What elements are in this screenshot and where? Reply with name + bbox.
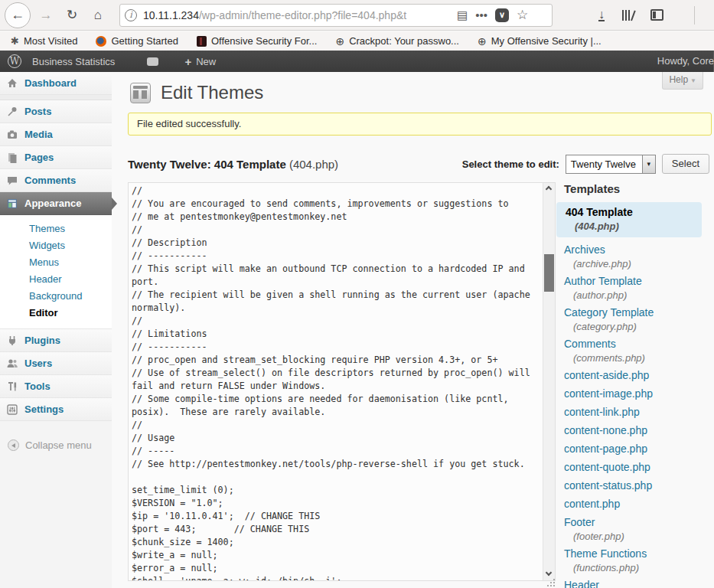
- reload-icon[interactable]: ↻: [61, 5, 83, 26]
- bookmark-label: Getting Started: [111, 35, 178, 47]
- template-name[interactable]: Header: [564, 579, 711, 588]
- admin-bar-site-name[interactable]: Business Statistics: [32, 56, 115, 67]
- sidebar-item-label: Pages: [24, 152, 54, 163]
- sidebar-item-appearance[interactable]: Appearance: [0, 192, 112, 215]
- template-item-category[interactable]: Category Template (category.php): [564, 306, 711, 332]
- template-item-archives[interactable]: Archives (archive.php): [564, 243, 711, 270]
- template-item-functions[interactable]: Theme Functions (functions.php): [564, 547, 711, 573]
- scrollbar-thumb[interactable]: [544, 254, 554, 292]
- sidebar-item-posts[interactable]: Posts: [0, 100, 112, 123]
- globe-icon: ⊕: [478, 35, 487, 47]
- bookmark-offensive-security[interactable]: Offensive Security For...: [197, 35, 317, 47]
- template-name[interactable]: Comments: [564, 338, 711, 351]
- template-item-footer[interactable]: Footer (footer.php): [564, 516, 711, 542]
- sidebar-item-pages[interactable]: Pages: [0, 146, 112, 169]
- submenu-header[interactable]: Header: [0, 271, 112, 288]
- bookmark-getting-started[interactable]: Getting Started: [96, 35, 178, 47]
- sidebar-item-tools[interactable]: Tools: [0, 375, 112, 398]
- resize-grip[interactable]: [547, 578, 556, 586]
- url-bar[interactable]: i 10.11.1.234/wp-admin/theme-editor.php?…: [119, 4, 553, 27]
- submenu-widgets[interactable]: Widgets: [0, 237, 112, 254]
- template-item-content-php[interactable]: content.php: [564, 498, 711, 511]
- template-name[interactable]: Archives: [564, 243, 711, 256]
- theme-select-dropdown[interactable]: Twenty Twelve ▾: [566, 155, 656, 174]
- pin-icon: [6, 106, 18, 118]
- comments-bubble-icon[interactable]: [147, 57, 158, 66]
- submenu-menus[interactable]: Menus: [0, 254, 112, 271]
- template-item-content-link[interactable]: content-link.php: [564, 406, 711, 419]
- sidebar-item-users[interactable]: Users: [0, 352, 112, 375]
- collapse-menu-button[interactable]: Collapse menu: [0, 433, 112, 456]
- forward-icon[interactable]: →: [35, 5, 57, 26]
- template-name[interactable]: content-status.php: [564, 479, 711, 492]
- pocket-icon[interactable]: ∨: [495, 8, 509, 22]
- template-name[interactable]: 404 Template: [566, 206, 693, 219]
- template-name[interactable]: content-page.php: [564, 443, 711, 456]
- help-tab[interactable]: Help▼: [662, 72, 703, 90]
- template-item-404[interactable]: 404 Template (404.php): [556, 202, 702, 237]
- url-text[interactable]: 10.11.1.234/wp-admin/theme-editor.php?fi…: [143, 9, 449, 21]
- sidebar-item-settings[interactable]: Settings: [0, 398, 112, 421]
- sidebar-toggle-icon[interactable]: [650, 9, 663, 21]
- sidebar-item-comments[interactable]: Comments: [0, 169, 112, 192]
- admin-bar-new-button[interactable]: + New: [184, 55, 216, 68]
- site-info-icon[interactable]: i: [125, 9, 137, 21]
- bookmark-label: Crackpot: Your passwo...: [349, 35, 459, 47]
- collapse-arrow-icon: [8, 439, 19, 451]
- home-icon[interactable]: ⌂: [87, 5, 109, 26]
- template-name[interactable]: content.php: [564, 498, 711, 511]
- reader-mode-icon[interactable]: ▤: [457, 8, 468, 22]
- template-item-header[interactable]: Header (header.php): [564, 579, 711, 588]
- template-name[interactable]: content-none.php: [564, 424, 711, 437]
- template-item-content-none[interactable]: content-none.php: [564, 424, 711, 437]
- theme-code-editor[interactable]: // // You are encouraged to send comment…: [128, 182, 556, 581]
- template-item-comments[interactable]: Comments (comments.php): [564, 338, 711, 364]
- template-item-content-quote[interactable]: content-quote.php: [564, 461, 711, 474]
- firefox-icon: [96, 36, 106, 47]
- dropdown-arrow-icon[interactable]: ▾: [642, 155, 655, 173]
- sidebar-item-media[interactable]: Media: [0, 123, 112, 146]
- template-item-content-page[interactable]: content-page.php: [564, 443, 711, 456]
- template-name[interactable]: Author Template: [564, 275, 711, 288]
- bookmark-my-offensive-security[interactable]: ⊕ My Offensive Security |...: [478, 35, 602, 47]
- code-textarea[interactable]: // // You are encouraged to send comment…: [132, 185, 538, 580]
- template-name[interactable]: Category Template: [564, 306, 711, 319]
- template-name[interactable]: content-aside.php: [564, 369, 711, 382]
- select-theme-button[interactable]: Select: [662, 154, 709, 174]
- sidebar-item-label: Appearance: [24, 198, 81, 209]
- submenu-background[interactable]: Background: [0, 288, 112, 305]
- main-content: Help▼ Edit Themes File edited successful…: [112, 72, 714, 588]
- template-item-content-aside[interactable]: content-aside.php: [564, 369, 711, 382]
- appearance-submenu: Themes Widgets Menus Header Background E…: [0, 215, 112, 329]
- library-icon[interactable]: [621, 9, 634, 21]
- template-item-content-image[interactable]: content-image.php: [564, 387, 711, 400]
- wordpress-logo-icon[interactable]: W: [8, 54, 21, 68]
- submenu-editor[interactable]: Editor: [0, 305, 112, 322]
- template-name[interactable]: content-quote.php: [564, 461, 711, 474]
- template-item-author[interactable]: Author Template (author.php): [564, 275, 711, 301]
- bookmark-most-visited[interactable]: ✱ Most Visited: [11, 35, 77, 47]
- sidebar-item-plugins[interactable]: Plugins: [0, 329, 112, 352]
- sidebar-item-label: Plugins: [24, 335, 60, 346]
- code-scroll-area[interactable]: // // You are encouraged to send comment…: [129, 183, 543, 580]
- submenu-themes[interactable]: Themes: [0, 220, 112, 237]
- editor-scrollbar[interactable]: [543, 183, 555, 580]
- template-name[interactable]: Theme Functions: [564, 547, 711, 560]
- sidebar-item-dashboard[interactable]: Dashboard: [0, 72, 112, 95]
- scroll-up-icon[interactable]: [543, 183, 555, 194]
- template-name[interactable]: content-link.php: [564, 406, 711, 419]
- back-icon[interactable]: ←: [5, 2, 31, 28]
- bookmark-star-icon[interactable]: ☆: [517, 7, 528, 23]
- template-name[interactable]: content-image.php: [564, 387, 711, 400]
- admin-sidebar: Dashboard Posts Media Pages Comments App…: [0, 72, 112, 588]
- admin-bar-account-menu[interactable]: Howdy, Core: [657, 51, 714, 72]
- menu-separator: [0, 95, 112, 100]
- offsec-favicon-icon: [197, 36, 207, 47]
- downloads-icon[interactable]: ↓: [598, 9, 605, 21]
- page-actions-icon[interactable]: •••: [475, 8, 487, 21]
- bookmark-crackpot[interactable]: ⊕ Crackpot: Your passwo...: [335, 35, 459, 47]
- template-name[interactable]: Footer: [564, 516, 711, 529]
- template-item-content-status[interactable]: content-status.php: [564, 479, 711, 492]
- sidebar-item-label: Posts: [24, 106, 51, 117]
- template-file: (404.php): [575, 220, 693, 232]
